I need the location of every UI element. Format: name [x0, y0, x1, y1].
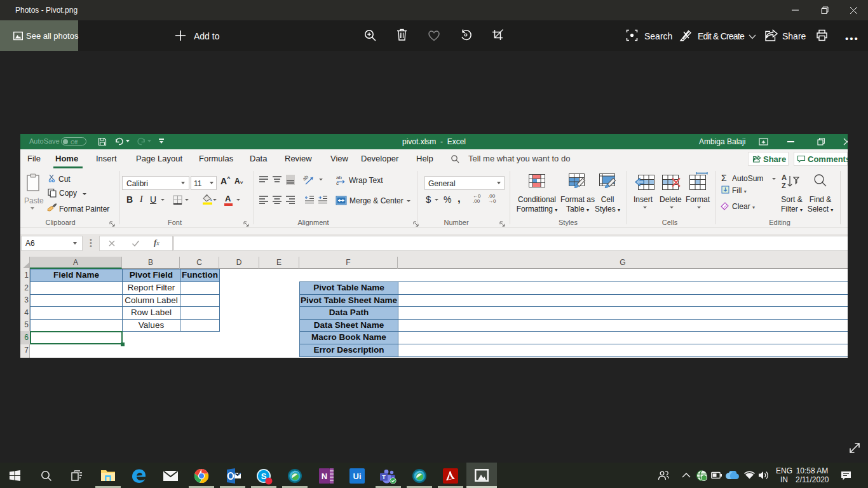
- svg-text:Z: Z: [782, 182, 786, 189]
- svg-text:N: N: [322, 471, 327, 481]
- svg-text:Ui: Ui: [353, 471, 362, 481]
- svg-text:ab: ab: [336, 175, 342, 180]
- svg-text:c: c: [336, 180, 339, 185]
- svg-text:T: T: [382, 474, 386, 480]
- svg-text:A: A: [782, 173, 787, 181]
